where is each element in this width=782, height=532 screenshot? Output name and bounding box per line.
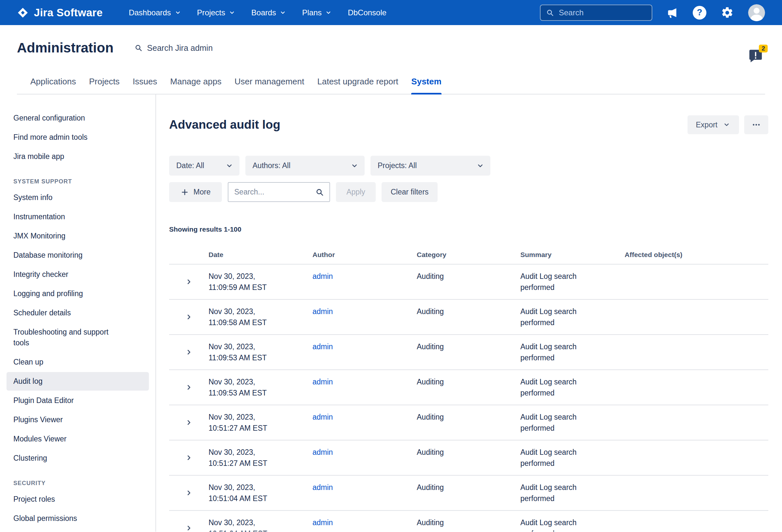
audit-log-table: Date Author Category Summary Affected ob…	[169, 248, 768, 532]
expand-row-icon[interactable]	[185, 278, 193, 286]
admin-tab[interactable]: Manage apps	[170, 77, 221, 94]
more-actions-button[interactable]	[744, 115, 768, 134]
sidebar-item[interactable]: Clustering	[6, 449, 149, 467]
sidebar-item[interactable]: Project roles	[6, 490, 149, 508]
author-link[interactable]: admin	[313, 343, 333, 351]
top-nav-icons: ?	[666, 4, 765, 21]
author-link[interactable]: admin	[313, 483, 333, 492]
sidebar-item[interactable]: Global permissions	[6, 509, 149, 528]
sidebar-group-general: General configuration Find more admin to…	[0, 109, 155, 166]
admin-tab[interactable]: Projects	[89, 77, 119, 94]
row-affected-objects	[625, 264, 768, 299]
admin-tab[interactable]: System	[411, 77, 441, 94]
row-affected-objects	[625, 335, 768, 369]
admin-tab[interactable]: Latest upgrade report	[317, 77, 398, 94]
search-icon	[546, 8, 554, 17]
gear-icon[interactable]	[721, 6, 734, 19]
sidebar-item[interactable]: Integrity checker	[6, 265, 149, 284]
global-search[interactable]	[540, 5, 652, 21]
table-row: Nov 30, 2023, 10:51:27 AM EST admin Audi…	[169, 440, 768, 476]
table-row: Nov 30, 2023, 11:09:59 AM EST admin Audi…	[169, 264, 768, 300]
projects-filter-dropdown[interactable]: Projects: All	[370, 156, 490, 176]
help-icon[interactable]: ?	[693, 6, 706, 20]
audit-log-main: Advanced audit log Export Date: All	[156, 95, 782, 532]
expand-row-icon[interactable]	[185, 524, 193, 532]
sidebar-item[interactable]: System info	[6, 188, 149, 207]
audit-search-box	[228, 182, 330, 202]
announcement-megaphone-icon[interactable]	[666, 6, 678, 19]
author-link[interactable]: admin	[313, 378, 333, 386]
sidebar-item[interactable]: Scheduler details	[6, 304, 149, 322]
row-date: Nov 30, 2023, 10:51:04 AM EST	[209, 476, 313, 510]
row-affected-objects	[625, 370, 768, 404]
row-date: Nov 30, 2023, 11:09:59 AM EST	[209, 264, 313, 299]
date-filter-dropdown[interactable]: Date: All	[169, 156, 240, 176]
admin-search-link[interactable]: Search Jira admin	[134, 43, 212, 53]
top-nav-item[interactable]: Boards	[251, 8, 286, 17]
table-header-row: Date Author Category Summary Affected ob…	[169, 248, 768, 264]
top-nav-menu: Dashboards Projects Boards Plans	[129, 8, 386, 17]
row-category: Auditing	[417, 335, 520, 369]
more-filters-button[interactable]: More	[169, 182, 222, 202]
sidebar-item[interactable]: Clean up	[6, 353, 149, 371]
sidebar-item[interactable]: Troubleshooting and support tools	[6, 323, 149, 352]
authors-filter-dropdown[interactable]: Authors: All	[245, 156, 365, 176]
column-header: Category	[417, 248, 520, 264]
admin-tabs: Applications Projects Issues Manage apps…	[30, 77, 765, 94]
sidebar-item[interactable]: General configuration	[6, 109, 149, 128]
sidebar-item[interactable]: Instrumentation	[6, 208, 149, 226]
row-affected-objects	[625, 476, 768, 510]
chevron-down-icon	[723, 121, 731, 129]
author-link[interactable]: admin	[313, 307, 333, 316]
sidebar-item[interactable]: Logging and profiling	[6, 284, 149, 303]
sidebar-group-system-support: System info Instrumentation JMX Monitori…	[0, 188, 155, 467]
filters-row-2: More Apply Clear filters	[169, 182, 768, 202]
row-date: Nov 30, 2023, 10:51:27 AM EST	[209, 440, 313, 475]
expand-row-icon[interactable]	[185, 348, 193, 356]
global-search-input[interactable]	[559, 8, 646, 17]
top-nav-item[interactable]: Dashboards	[129, 8, 181, 17]
chevron-down-icon	[228, 9, 236, 16]
sidebar-item[interactable]: Plugins Viewer	[6, 411, 149, 429]
sidebar-item[interactable]: Plugin Data Editor	[6, 391, 149, 410]
row-summary: Audit Log search performed	[520, 405, 602, 440]
author-link[interactable]: admin	[313, 413, 333, 421]
export-button[interactable]: Export	[687, 115, 739, 134]
expand-row-icon[interactable]	[185, 313, 193, 321]
row-affected-objects	[625, 440, 768, 475]
sidebar-item[interactable]: Modules Viewer	[6, 430, 149, 448]
top-nav-item[interactable]: DbConsole	[348, 8, 386, 17]
row-category: Auditing	[417, 440, 520, 475]
top-nav-item[interactable]: Projects	[197, 8, 236, 17]
audit-search-input[interactable]	[234, 188, 312, 197]
jira-brand[interactable]: Jira Software	[17, 6, 103, 19]
sidebar-group-security: Project roles Global permissions	[0, 490, 155, 528]
apply-button[interactable]: Apply	[336, 182, 376, 202]
row-date: Nov 30, 2023, 10:51:04 AM EST	[209, 511, 313, 532]
expand-row-icon[interactable]	[185, 489, 193, 497]
row-author: admin	[313, 440, 417, 475]
search-icon[interactable]	[315, 188, 324, 197]
author-link[interactable]: admin	[313, 518, 333, 527]
clear-filters-button[interactable]: Clear filters	[382, 182, 437, 202]
author-link[interactable]: admin	[313, 448, 333, 456]
jira-logo-icon	[17, 7, 29, 19]
top-nav-item[interactable]: Plans	[302, 8, 332, 17]
chevron-down-icon	[279, 9, 286, 16]
sidebar-item[interactable]: Find more admin tools	[6, 128, 149, 147]
sidebar-item[interactable]: JMX Monitoring	[6, 227, 149, 245]
admin-tab[interactable]: Applications	[30, 77, 76, 94]
expand-row-icon[interactable]	[185, 383, 193, 392]
user-avatar[interactable]	[748, 4, 765, 21]
sidebar-item[interactable]: Jira mobile app	[6, 147, 149, 166]
feedback-button[interactable]: 2	[748, 48, 763, 64]
column-header: Summary	[520, 248, 625, 264]
admin-tab[interactable]: User management	[235, 77, 304, 94]
row-date: Nov 30, 2023, 11:09:58 AM EST	[209, 300, 313, 334]
sidebar-item[interactable]: Audit log	[6, 372, 149, 391]
admin-tab[interactable]: Issues	[133, 77, 157, 94]
expand-row-icon[interactable]	[185, 418, 193, 427]
expand-row-icon[interactable]	[185, 454, 193, 462]
sidebar-item[interactable]: Database monitoring	[6, 246, 149, 264]
author-link[interactable]: admin	[313, 272, 333, 281]
